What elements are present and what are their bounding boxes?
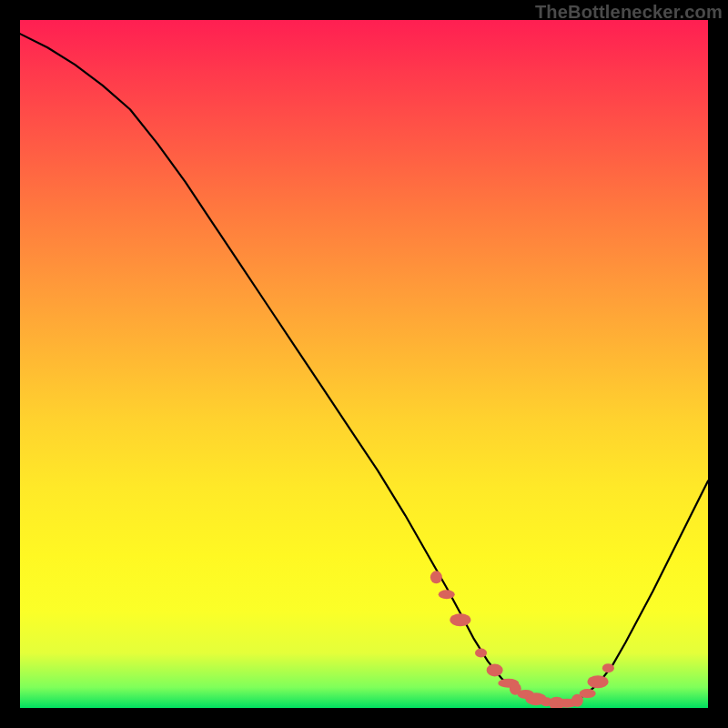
marker-dot bbox=[580, 689, 596, 698]
marker-dot bbox=[450, 613, 470, 626]
marker-dot bbox=[439, 590, 455, 599]
plot-area bbox=[20, 20, 708, 708]
marker-dot bbox=[430, 571, 442, 583]
marker-dot bbox=[588, 675, 609, 688]
highlight-markers bbox=[430, 571, 614, 708]
watermark-text: TheBottlenecker.com bbox=[535, 2, 723, 23]
marker-dot bbox=[475, 649, 487, 658]
marker-dot bbox=[602, 663, 614, 672]
bottleneck-curve bbox=[20, 34, 708, 703]
marker-dot bbox=[487, 663, 503, 676]
chart-svg bbox=[20, 20, 708, 708]
chart-frame: TheBottlenecker.com bbox=[0, 0, 728, 728]
